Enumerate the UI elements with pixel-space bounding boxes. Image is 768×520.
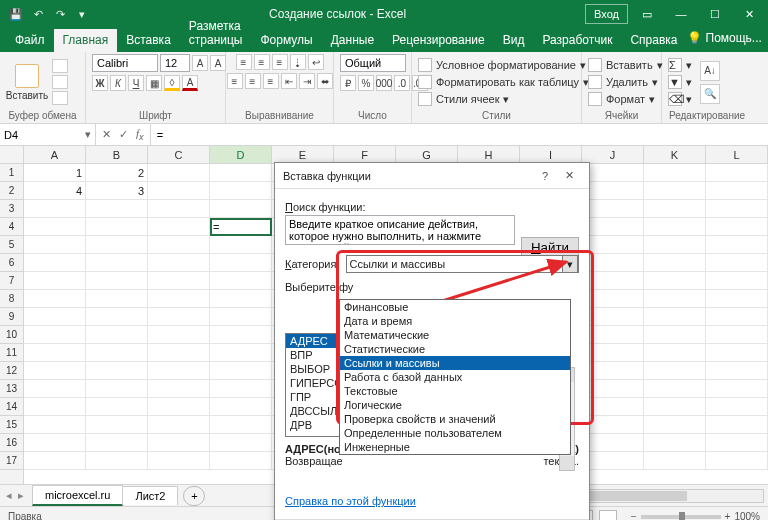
column-header-E[interactable]: E	[272, 146, 334, 163]
category-option[interactable]: Логические	[340, 398, 570, 412]
cell-L4[interactable]	[706, 218, 768, 236]
cell-K10[interactable]	[644, 326, 706, 344]
category-option[interactable]: Работа с базой данных	[340, 370, 570, 384]
cell-C7[interactable]	[148, 272, 210, 290]
cell-D2[interactable]	[210, 182, 272, 200]
cell-styles-button[interactable]: Стили ячеек ▾	[418, 92, 589, 106]
row-header-13[interactable]: 13	[0, 380, 23, 398]
zoom-level[interactable]: 100%	[734, 511, 760, 520]
cell-J8[interactable]	[582, 290, 644, 308]
cell-C8[interactable]	[148, 290, 210, 308]
copy-icon[interactable]	[52, 75, 68, 89]
cell-B16[interactable]	[86, 434, 148, 452]
cell-J15[interactable]	[582, 416, 644, 434]
format-as-table-button[interactable]: Форматировать как таблицу ▾	[418, 75, 589, 89]
row-header-11[interactable]: 11	[0, 344, 23, 362]
cell-B2[interactable]: 3	[86, 182, 148, 200]
cell-A13[interactable]	[24, 380, 86, 398]
cell-J7[interactable]	[582, 272, 644, 290]
cell-D3[interactable]	[210, 200, 272, 218]
column-header-B[interactable]: B	[86, 146, 148, 163]
font-size-select[interactable]: 12	[160, 54, 190, 72]
cell-L2[interactable]	[706, 182, 768, 200]
column-header-K[interactable]: K	[644, 146, 706, 163]
zoom-in-icon[interactable]: +	[725, 511, 731, 520]
cell-B5[interactable]	[86, 236, 148, 254]
cell-C14[interactable]	[148, 398, 210, 416]
cell-K3[interactable]	[644, 200, 706, 218]
sheet-tab-1[interactable]: microexcel.ru	[32, 485, 123, 506]
category-option[interactable]: Ссылки и массивы	[340, 356, 570, 370]
cell-C16[interactable]	[148, 434, 210, 452]
cell-C6[interactable]	[148, 254, 210, 272]
format-painter-icon[interactable]	[52, 91, 68, 105]
column-header-D[interactable]: D	[210, 146, 272, 163]
cell-J12[interactable]	[582, 362, 644, 380]
cell-C17[interactable]	[148, 452, 210, 470]
cell-L11[interactable]	[706, 344, 768, 362]
align-bot-icon[interactable]: ≡	[272, 54, 288, 70]
cell-D1[interactable]	[210, 164, 272, 182]
cell-K7[interactable]	[644, 272, 706, 290]
tab-file[interactable]: Файл	[6, 29, 54, 52]
align-right-icon[interactable]: ≡	[263, 73, 279, 89]
column-header-G[interactable]: G	[396, 146, 458, 163]
tab-developer[interactable]: Разработчик	[533, 29, 621, 52]
cell-J2[interactable]	[582, 182, 644, 200]
autosum-button[interactable]: Σ▾	[668, 58, 692, 72]
clear-button[interactable]: ⌫▾	[668, 92, 692, 106]
cell-D8[interactable]	[210, 290, 272, 308]
column-header-C[interactable]: C	[148, 146, 210, 163]
cell-J11[interactable]	[582, 344, 644, 362]
cell-K15[interactable]	[644, 416, 706, 434]
row-header-2[interactable]: 2	[0, 182, 23, 200]
row-header-12[interactable]: 12	[0, 362, 23, 380]
cell-A3[interactable]	[24, 200, 86, 218]
row-header-10[interactable]: 10	[0, 326, 23, 344]
cell-B14[interactable]	[86, 398, 148, 416]
cell-C12[interactable]	[148, 362, 210, 380]
cell-L6[interactable]	[706, 254, 768, 272]
tab-review[interactable]: Рецензирование	[383, 29, 494, 52]
cell-D15[interactable]	[210, 416, 272, 434]
category-dropdown-icon[interactable]: ▾	[562, 255, 578, 273]
wrap-text-icon[interactable]: ↩	[308, 54, 324, 70]
category-option[interactable]: Аналитические	[340, 454, 570, 455]
cell-D10[interactable]	[210, 326, 272, 344]
zoom-out-icon[interactable]: −	[631, 511, 637, 520]
inc-decimal-icon[interactable]: .0	[394, 75, 410, 91]
align-top-icon[interactable]: ≡	[236, 54, 252, 70]
tab-data[interactable]: Данные	[322, 29, 383, 52]
maximize-icon[interactable]: ☐	[700, 2, 730, 26]
view-pagebreak-icon[interactable]	[599, 510, 617, 521]
cell-D16[interactable]	[210, 434, 272, 452]
cell-A17[interactable]	[24, 452, 86, 470]
grow-font-icon[interactable]: A	[192, 55, 208, 71]
category-option[interactable]: Проверка свойств и значений	[340, 412, 570, 426]
login-button[interactable]: Вход	[585, 4, 628, 24]
close-icon[interactable]: ✕	[734, 2, 764, 26]
cell-C9[interactable]	[148, 308, 210, 326]
zoom-slider[interactable]	[641, 515, 721, 519]
cell-L5[interactable]	[706, 236, 768, 254]
cell-D5[interactable]	[210, 236, 272, 254]
cell-K4[interactable]	[644, 218, 706, 236]
cells-insert-button[interactable]: Вставить ▾	[588, 58, 663, 72]
row-header-4[interactable]: 4	[0, 218, 23, 236]
cell-L1[interactable]	[706, 164, 768, 182]
tell-me[interactable]: 💡 Помощь...	[687, 31, 762, 45]
cell-K14[interactable]	[644, 398, 706, 416]
sheet-nav-next-icon[interactable]: ▸	[18, 489, 24, 502]
row-header-1[interactable]: 1	[0, 164, 23, 182]
tab-insert[interactable]: Вставка	[117, 29, 180, 52]
cell-K6[interactable]	[644, 254, 706, 272]
cell-B3[interactable]	[86, 200, 148, 218]
cell-L12[interactable]	[706, 362, 768, 380]
cell-D7[interactable]	[210, 272, 272, 290]
row-header-14[interactable]: 14	[0, 398, 23, 416]
shrink-font-icon[interactable]: A	[210, 55, 226, 71]
sheet-nav-prev-icon[interactable]: ◂	[6, 489, 12, 502]
dialog-close-icon[interactable]: ✕	[557, 166, 581, 186]
cell-D11[interactable]	[210, 344, 272, 362]
cell-A15[interactable]	[24, 416, 86, 434]
